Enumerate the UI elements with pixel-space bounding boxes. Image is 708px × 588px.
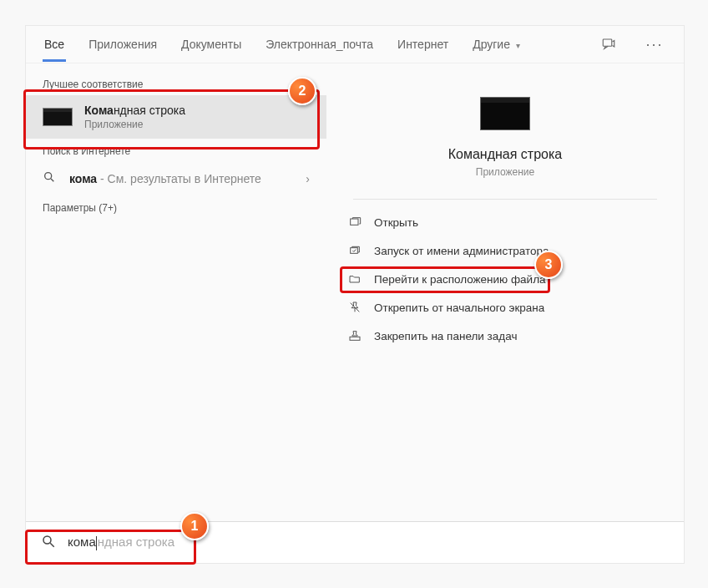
chevron-right-icon: › — [306, 172, 310, 185]
action-run-as-admin[interactable]: Запуск от имени администратора — [339, 236, 684, 265]
tab-more[interactable]: Другие ▾ — [471, 28, 522, 62]
svg-rect-7 — [350, 337, 360, 340]
annotation-badge-3: 3 — [534, 251, 563, 279]
svg-rect-0 — [603, 39, 612, 46]
annotation-badge-2: 2 — [288, 77, 316, 105]
result-subtitle: Приложение — [84, 119, 185, 130]
search-autocomplete-ghost: ндная строка — [98, 535, 174, 549]
detail-subtitle: Приложение — [476, 166, 534, 178]
action-unpin-start-label: Открепить от начального экрана — [374, 302, 544, 314]
search-icon — [41, 534, 56, 552]
action-open-file-location[interactable]: Перейти к расположению файла — [339, 265, 684, 293]
search-bar[interactable]: командная строка — [26, 521, 684, 563]
web-search-result[interactable]: кома - См. результаты в Интернете › — [26, 162, 326, 195]
feedback-icon[interactable] — [596, 32, 621, 57]
svg-rect-4 — [351, 248, 358, 254]
open-icon — [347, 215, 362, 230]
action-unpin-start[interactable]: Открепить от начального экрана — [339, 293, 684, 322]
annotation-badge-1: 1 — [180, 512, 209, 540]
action-open[interactable]: Открыть — [339, 208, 684, 236]
svg-point-1 — [45, 173, 52, 180]
web-query: кома - См. результаты в Интернете — [69, 172, 261, 185]
action-pin-taskbar-label: Закрепить на панели задач — [374, 330, 517, 342]
action-run-as-admin-label: Запуск от имени администратора — [374, 245, 549, 257]
search-typed: кома — [68, 535, 96, 549]
search-tabs: Все Приложения Документы Электронная_поч… — [26, 26, 684, 63]
detail-app-icon — [480, 97, 530, 130]
svg-line-2 — [51, 179, 53, 181]
svg-rect-3 — [351, 219, 358, 225]
admin-icon — [347, 243, 362, 258]
divider — [353, 199, 657, 200]
tab-more-label: Другие — [473, 38, 510, 51]
tab-internet[interactable]: Интернет — [396, 28, 450, 62]
result-title: Командная строка — [84, 104, 185, 117]
search-icon — [43, 170, 58, 187]
section-web-search: Поиск в Интернете — [26, 139, 326, 162]
unpin-icon — [347, 300, 362, 315]
command-prompt-icon — [43, 108, 73, 126]
tab-all[interactable]: Все — [43, 28, 66, 62]
ellipsis-icon[interactable]: ··· — [642, 32, 667, 57]
detail-title: Командная строка — [448, 147, 563, 162]
results-list: Лучшее соответствие Командная строка При… — [26, 63, 326, 521]
text-caret — [96, 536, 97, 550]
detail-pane: Командная строка Приложение Открыть Запу… — [326, 63, 684, 521]
tab-apps[interactable]: Приложения — [87, 28, 159, 62]
svg-line-9 — [50, 543, 54, 547]
search-input[interactable]: командная строка — [68, 535, 174, 550]
tab-email[interactable]: Электронная_почта — [264, 28, 375, 62]
action-open-location-label: Перейти к расположению файла — [374, 273, 546, 286]
action-open-label: Открыть — [374, 216, 418, 229]
pin-taskbar-icon — [347, 328, 362, 343]
tab-documents[interactable]: Документы — [180, 28, 243, 62]
folder-icon — [347, 271, 362, 286]
action-pin-taskbar[interactable]: Закрепить на панели задач — [339, 322, 684, 350]
chevron-down-icon: ▾ — [516, 41, 520, 50]
svg-point-8 — [43, 536, 51, 544]
result-command-prompt[interactable]: Командная строка Приложение — [26, 95, 326, 139]
section-settings: Параметры (7+) — [26, 195, 326, 219]
section-best-match: Лучшее соответствие — [26, 72, 326, 95]
